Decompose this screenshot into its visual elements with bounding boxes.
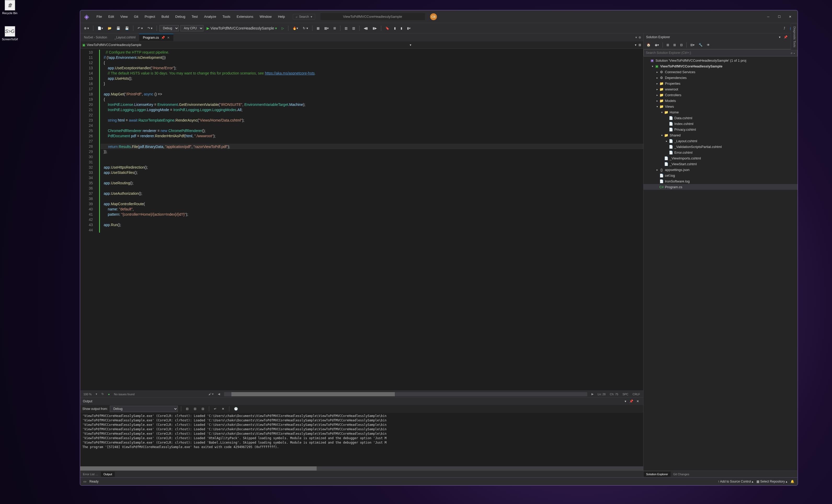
tree-node-home[interactable]: ▾📁Home xyxy=(644,109,798,115)
save-all-button[interactable]: 💾 xyxy=(123,25,130,31)
nav-bar[interactable]: ▣ ViewToPdfMVCCoreHeadlesslySample ▾ ▾ ⊞ xyxy=(80,41,643,49)
tab-nuget---solution[interactable]: NuGet - Solution xyxy=(80,34,111,41)
sol-showall-button[interactable]: ⊞▾ xyxy=(689,42,696,48)
output-source-select[interactable]: Debug xyxy=(110,406,178,412)
new-project-button[interactable]: 📄▾ xyxy=(96,25,105,31)
menu-extensions[interactable]: Extensions xyxy=(234,14,256,20)
solution-tree[interactable]: ▣Solution 'ViewToPdfMVCCoreHeadlesslySam… xyxy=(644,56,798,471)
sol-collapse-button[interactable]: ⊟ xyxy=(678,42,684,48)
tab-program-cs[interactable]: Program.cs📌✕ xyxy=(139,34,173,41)
output-hscroll[interactable] xyxy=(80,466,643,471)
tree-node--validationscriptspartial-cshtml[interactable]: 📄_ValidationScriptsPartial.cshtml xyxy=(644,144,798,150)
sol-views-button[interactable]: ◉▾ xyxy=(653,42,660,48)
hscroll-right[interactable]: ▶ xyxy=(592,392,594,396)
tree-node-index-cshtml[interactable]: 📄Index.cshtml xyxy=(644,121,798,127)
char-indicator[interactable]: Ch: 75 xyxy=(610,393,618,396)
sol-refresh-button[interactable]: ⊞ xyxy=(672,42,677,48)
tb-icon-2[interactable]: ▦▾ xyxy=(323,25,330,31)
start-debug-button[interactable]: ▶ ViewToPdfMVCCoreHeadlesslySample ▾ xyxy=(205,25,279,31)
browser-link-button[interactable]: ↻ ▾ xyxy=(301,25,309,31)
pin-icon[interactable]: 📌 xyxy=(161,36,165,39)
panel-dropdown-icon[interactable]: ▾ xyxy=(777,34,782,40)
panel-pin-icon[interactable]: 📌 xyxy=(628,398,635,404)
hot-reload-button[interactable]: 🔥▾ xyxy=(291,25,300,31)
editor-hscroll[interactable] xyxy=(224,392,587,396)
select-repository[interactable]: ▦ Select Repository ▴ xyxy=(756,480,787,483)
tb-icon-8[interactable]: ▮▾ xyxy=(406,25,412,31)
menu-git[interactable]: Git xyxy=(131,14,141,20)
config-select[interactable]: Debug xyxy=(159,25,179,31)
issues-text[interactable]: No issues found xyxy=(114,393,135,396)
zoom-dropdown-icon[interactable]: ▾ xyxy=(96,392,97,396)
output-icon[interactable]: ▭ xyxy=(83,480,86,483)
zoom-level[interactable]: 100 % xyxy=(83,393,92,396)
indent-right-button[interactable]: ▮▶ xyxy=(371,25,378,31)
tree-node-ironsoftware-log[interactable]: 📄IronSoftware.log xyxy=(644,178,798,184)
start-nodebug-button[interactable]: ▷ xyxy=(280,25,286,31)
desktop-icon-screentogif[interactable]: S>G ScreenToGif xyxy=(0,26,20,41)
menu-debug[interactable]: Debug xyxy=(173,14,188,20)
tab-dropdown-icon[interactable]: ▾ xyxy=(635,35,637,39)
tb-icon-1[interactable]: ▦ xyxy=(315,25,321,31)
timestamp-button[interactable]: 🕐 xyxy=(232,406,239,412)
tree-node-views[interactable]: ▾📁Views xyxy=(644,104,798,109)
clear-button[interactable]: ✕ xyxy=(220,406,226,412)
menu-help[interactable]: Help xyxy=(275,14,288,20)
tree-node-viewtopdfmvccoreheadlesslysample[interactable]: ▾▣ViewToPdfMVCCoreHeadlesslySample xyxy=(644,63,798,69)
solution-search-input[interactable] xyxy=(646,51,791,55)
split-icon[interactable]: ⊞ xyxy=(639,43,641,47)
tree-node-program-cs[interactable]: C#Program.cs xyxy=(644,184,798,190)
code-editor[interactable]: 1011121314151617181920212223242526272829… xyxy=(80,49,643,391)
panel-dropdown-icon[interactable]: ▾ xyxy=(623,398,628,404)
output-tb-3[interactable]: ⊟ xyxy=(200,406,206,412)
sol-tab-solutionexplorer[interactable]: Solution Explorer xyxy=(644,472,671,477)
tb-icon-6[interactable]: ▮ xyxy=(392,25,397,31)
minimize-button[interactable]: ─ xyxy=(763,13,774,21)
tree-node-solution--viewtopdfmvccoreheadlesslysample---1-of-1-proj[interactable]: ▣Solution 'ViewToPdfMVCCoreHeadlesslySam… xyxy=(644,57,798,63)
nav-back-button[interactable]: ⊕ ▾ xyxy=(82,25,90,31)
menu-file[interactable]: File xyxy=(94,14,105,20)
sol-properties-button[interactable]: 🔧 xyxy=(697,42,704,48)
menu-tools[interactable]: Tools xyxy=(220,14,233,20)
tree-node-models[interactable]: ▸📁Models xyxy=(644,98,798,104)
bottom-tab-output[interactable]: Output xyxy=(101,472,115,477)
diagnostic-tools-tab[interactable]: Diagnostic Tools xyxy=(791,24,798,50)
tree-node-dependencies[interactable]: ▸⚙Dependencies xyxy=(644,75,798,81)
sol-preview-button[interactable]: 👁 xyxy=(705,42,711,48)
output-tb-1[interactable]: ⊟ xyxy=(184,406,190,412)
line-indicator[interactable]: Ln: 28 xyxy=(598,393,606,396)
indent-left-button[interactable]: ◀▮ xyxy=(362,25,369,31)
brush-icon[interactable]: 🖌 ▾ xyxy=(208,392,214,396)
titlebar-search[interactable]: ⌕ Search ▾ xyxy=(293,14,315,20)
tree-node--viewimports-cshtml[interactable]: 📄_ViewImports.cshtml xyxy=(644,155,798,161)
tab--layout-cshtml[interactable]: _Layout.cshtml xyxy=(111,34,139,41)
tree-node-properties[interactable]: ▸📁Properties xyxy=(644,81,798,86)
add-source-control[interactable]: ↑ Add to Source Control ▴ xyxy=(718,480,753,483)
undo-button[interactable]: ↶ ▾ xyxy=(136,25,144,31)
tree-node-error-cshtml[interactable]: 📄Error.cshtml xyxy=(644,150,798,155)
tree-node-connected-services[interactable]: ▸⚙Connected Services xyxy=(644,69,798,75)
notifications-icon[interactable]: 🔔 xyxy=(790,480,794,483)
close-button[interactable]: ✕ xyxy=(785,13,796,21)
tree-node-wwwroot[interactable]: ▸📁wwwroot xyxy=(644,86,798,92)
platform-select[interactable]: Any CPU xyxy=(180,25,203,31)
tb-icon-4[interactable]: ▥ xyxy=(343,25,349,31)
refresh-icon[interactable]: ↻ xyxy=(101,392,104,396)
sol-home-button[interactable]: 🏠 xyxy=(645,42,652,48)
desktop-icon-recycle[interactable]: 🗑 Recycle Bin xyxy=(0,0,20,15)
code-body[interactable]: // Configure the HTTP request pipeline. … xyxy=(101,49,643,391)
tree-node-privacy-cshtml[interactable]: 📄Privacy.cshtml xyxy=(644,127,798,132)
indent-indicator[interactable]: SPC xyxy=(623,393,629,396)
menu-edit[interactable]: Edit xyxy=(106,14,116,20)
maximize-button[interactable]: ☐ xyxy=(774,13,784,21)
tree-node-controllers[interactable]: ▸📁Controllers xyxy=(644,92,798,98)
output-body[interactable]: 'ViewToPdfMVCCoreHeadlesslySample.exe' (… xyxy=(80,413,643,466)
solution-search[interactable]: ⌕ ▾ xyxy=(644,49,798,56)
menu-project[interactable]: Project xyxy=(142,14,158,20)
panel-pin-icon[interactable]: 📌 xyxy=(782,34,789,40)
sol-tab-gitchanges[interactable]: Git Changes xyxy=(671,472,692,477)
tree-node-data-cshtml[interactable]: 📄Data.cshtml xyxy=(644,115,798,121)
tree-node-cef-log[interactable]: 📄cef.log xyxy=(644,173,798,178)
hscroll-left[interactable]: ◀ xyxy=(218,392,220,396)
bottom-tab-errorlist[interactable]: Error List … xyxy=(80,472,101,477)
